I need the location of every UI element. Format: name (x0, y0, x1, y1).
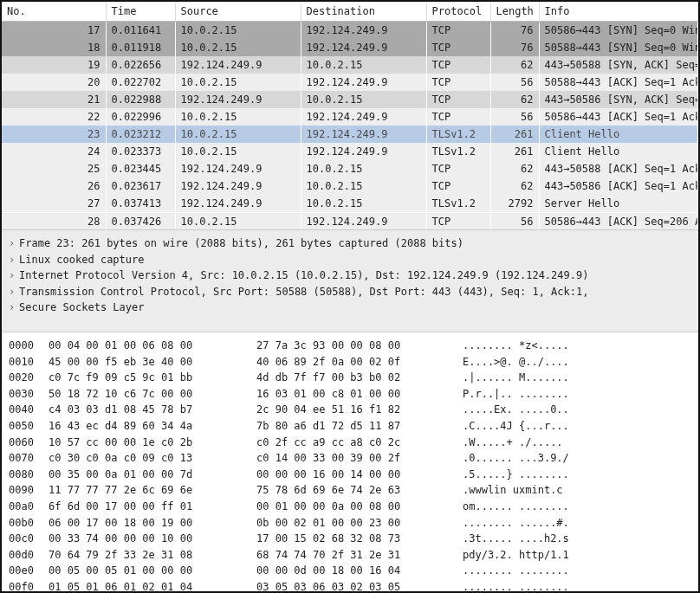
expand-toggle-icon[interactable]: › (9, 252, 19, 268)
hex-bytes-left: 00 05 00 05 01 00 00 00 (49, 563, 256, 579)
hex-row[interactable]: 00e000 05 00 05 01 00 00 0000 00 0d 00 1… (9, 563, 691, 579)
hex-bytes-right: 03 05 03 06 03 02 03 05 (256, 579, 463, 593)
hex-row[interactable]: 008000 35 00 0a 01 00 00 7d00 00 00 16 0… (9, 467, 691, 483)
hex-row[interactable]: 00f001 05 01 06 01 02 01 0403 05 03 06 0… (9, 579, 691, 593)
cell-no: 25 (2, 160, 106, 177)
cell-destination: 192.124.249.9 (301, 108, 426, 126)
hex-row[interactable]: 00a06f 6d 00 17 00 00 ff 0100 01 00 00 0… (9, 499, 691, 515)
hex-bytes-right: 00 01 00 00 0a 00 08 00 (256, 499, 463, 515)
detail-line[interactable]: ›Frame 23: 261 bytes on wire (2088 bits)… (9, 235, 691, 252)
packet-bytes-pane[interactable]: 000000 04 00 01 00 06 08 0027 7a 3c 93 0… (2, 332, 698, 593)
hex-ascii: ........ *z<..... (463, 338, 569, 354)
col-header-time[interactable]: Time (106, 2, 175, 22)
table-row[interactable]: 170.01164110.0.2.15192.124.249.9TCP76505… (2, 22, 698, 40)
table-row[interactable]: 270.037413192.124.249.910.0.2.15TLSv1.22… (2, 195, 698, 213)
table-row[interactable]: 260.023617192.124.249.910.0.2.15TCP62443… (2, 177, 698, 195)
cell-no: 20 (2, 74, 106, 91)
table-row[interactable]: 180.01191810.0.2.15192.124.249.9TCP76505… (2, 39, 698, 56)
cell-info: Server Hello (539, 195, 698, 213)
cell-length: 56 (490, 108, 539, 126)
cell-length: 62 (490, 91, 539, 108)
hex-row[interactable]: 0040c4 03 03 d1 08 45 78 b72c 90 04 ee 5… (9, 402, 691, 418)
hex-ascii: pdy/3.2. http/1.1 (463, 547, 569, 564)
detail-line[interactable]: ›Secure Sockets Layer (9, 300, 691, 316)
hex-row[interactable]: 00b006 00 17 00 18 00 19 000b 00 02 01 0… (9, 515, 691, 532)
cell-protocol: TLSv1.2 (426, 195, 490, 213)
hex-bytes-left: 11 77 77 77 2e 6c 69 6e (49, 482, 256, 499)
cell-source: 10.0.2.15 (175, 108, 301, 126)
hex-row[interactable]: 00d070 64 79 2f 33 2e 31 0868 74 74 70 2… (9, 547, 691, 564)
hex-row[interactable]: 00c000 33 74 00 00 00 10 0017 00 15 02 6… (9, 531, 691, 547)
detail-line[interactable]: ›Transmission Control Protocol, Src Port… (9, 284, 691, 300)
packet-list-pane[interactable]: No. Time Source Destination Protocol Len… (2, 2, 698, 230)
col-header-info[interactable]: Info (539, 2, 698, 22)
detail-line[interactable]: ›Internet Protocol Version 4, Src: 10.0.… (9, 267, 691, 284)
packet-details-pane[interactable]: ›Frame 23: 261 bytes on wire (2088 bits)… (2, 230, 698, 332)
cell-no: 24 (2, 143, 106, 160)
cell-protocol: TLSv1.2 (426, 126, 490, 143)
hex-ascii: .0...... ...3.9./ (463, 450, 569, 467)
hex-row[interactable]: 005016 43 ec d4 89 60 34 4a7b 80 a6 d1 7… (9, 418, 691, 435)
col-header-protocol[interactable]: Protocol (426, 2, 490, 22)
cell-protocol: TCP (426, 22, 490, 40)
hex-bytes-left: 50 18 72 10 c6 7c 00 00 (49, 386, 256, 403)
cell-source: 192.124.249.9 (175, 160, 301, 177)
table-row[interactable]: 250.023445192.124.249.910.0.2.15TCP62443… (2, 160, 698, 177)
expand-toggle-icon[interactable]: › (9, 235, 19, 252)
cell-no: 19 (2, 56, 106, 74)
hex-ascii: .wwwlin uxmint.c (463, 482, 563, 499)
col-header-length[interactable]: Length (490, 2, 539, 22)
col-header-source[interactable]: Source (175, 2, 301, 22)
cell-length: 261 (490, 126, 539, 143)
table-row[interactable]: 220.02299610.0.2.15192.124.249.9TCP56505… (2, 108, 698, 126)
hex-row[interactable]: 006010 57 cc 00 00 1e c0 2bc0 2f cc a9 c… (9, 435, 691, 451)
hex-offset: 0090 (9, 482, 49, 499)
hex-bytes-right: 00 00 0d 00 18 00 16 04 (256, 563, 463, 579)
hex-row[interactable]: 000000 04 00 01 00 06 08 0027 7a 3c 93 0… (9, 338, 691, 354)
hex-bytes-left: 70 64 79 2f 33 2e 31 08 (49, 547, 256, 564)
hex-row[interactable]: 009011 77 77 77 2e 6c 69 6e75 78 6d 69 6… (9, 482, 691, 499)
table-row[interactable]: 190.022656192.124.249.910.0.2.15TCP62443… (2, 56, 698, 74)
hex-row[interactable]: 003050 18 72 10 c6 7c 00 0016 03 01 00 c… (9, 386, 691, 403)
cell-info: 443→50586 [SYN, ACK] Seq=0 (539, 91, 698, 108)
col-header-destination[interactable]: Destination (301, 2, 426, 22)
table-row[interactable]: 230.02321210.0.2.15192.124.249.9TLSv1.22… (2, 126, 698, 143)
detail-text: Linux cooked capture (19, 254, 145, 266)
table-row[interactable]: 210.022988192.124.249.910.0.2.15TCP62443… (2, 91, 698, 108)
packet-table-header-row: No. Time Source Destination Protocol Len… (2, 2, 698, 22)
expand-toggle-icon[interactable]: › (9, 267, 19, 284)
hex-row[interactable]: 0020c0 7c f9 09 c5 9c 01 bb4d db 7f f7 0… (9, 370, 691, 386)
hex-offset: 0020 (9, 370, 49, 386)
cell-source: 192.124.249.9 (175, 177, 301, 195)
hex-bytes-left: 00 35 00 0a 01 00 00 7d (49, 467, 256, 483)
table-row[interactable]: 200.02270210.0.2.15192.124.249.9TCP56505… (2, 74, 698, 91)
hex-row[interactable]: 001045 00 00 f5 eb 3e 40 0040 06 89 2f 0… (9, 354, 691, 371)
cell-no: 23 (2, 126, 106, 143)
table-row[interactable]: 280.03742610.0.2.15192.124.249.9TCP56505… (2, 213, 698, 231)
expand-toggle-icon[interactable]: › (9, 284, 19, 300)
cell-time: 0.023617 (106, 177, 175, 195)
cell-destination: 192.124.249.9 (301, 39, 426, 56)
cell-no: 18 (2, 39, 106, 56)
hex-ascii: ........ ........ (463, 563, 569, 579)
hex-ascii: E....>@. @../.... (463, 354, 569, 371)
hex-bytes-right: 4d db 7f f7 00 b3 b0 02 (256, 370, 463, 386)
col-header-no[interactable]: No. (2, 2, 106, 22)
table-row[interactable]: 240.02337310.0.2.15192.124.249.9TLSv1.22… (2, 143, 698, 160)
hex-bytes-right: c0 2f cc a9 cc a8 c0 2c (256, 435, 463, 451)
hex-offset: 00b0 (9, 515, 49, 532)
hex-ascii: .3t..... ....h2.s (463, 531, 569, 547)
cell-no: 27 (2, 195, 106, 213)
cell-length: 62 (490, 56, 539, 74)
hex-offset: 0010 (9, 354, 49, 371)
detail-line[interactable]: ›Linux cooked capture (9, 252, 691, 268)
cell-protocol: TCP (426, 177, 490, 195)
expand-toggle-icon[interactable]: › (9, 300, 19, 316)
cell-source: 192.124.249.9 (175, 91, 301, 108)
hex-row[interactable]: 0070c0 30 c0 0a c0 09 c0 13c0 14 00 33 0… (9, 450, 691, 467)
cell-protocol: TCP (426, 160, 490, 177)
cell-source: 10.0.2.15 (175, 74, 301, 91)
cell-length: 62 (490, 177, 539, 195)
hex-bytes-right: 00 00 00 16 00 14 00 00 (256, 467, 463, 483)
cell-info: 50588→443 [SYN] Seq=0 Win= (539, 39, 698, 56)
